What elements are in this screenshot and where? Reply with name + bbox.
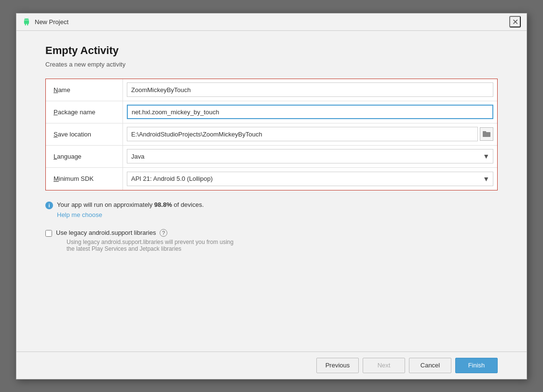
new-project-dialog: New Project ✕ Empty Activity Creates a n… bbox=[16, 13, 527, 379]
next-button[interactable]: Next bbox=[363, 358, 405, 373]
dialog-title: New Project bbox=[35, 18, 509, 26]
save-location-input[interactable] bbox=[127, 127, 478, 141]
save-location-field-group bbox=[127, 127, 493, 141]
checkbox-label: Use legacy android.support libraries bbox=[56, 229, 156, 236]
form-row-language: Language Java Kotlin ▼ bbox=[46, 146, 497, 168]
android-icon bbox=[22, 17, 31, 26]
section-title: Empty Activity bbox=[45, 44, 498, 57]
label-min-sdk: Minimum SDK bbox=[46, 168, 123, 190]
field-save-location bbox=[123, 123, 497, 145]
label-save-location: Save location bbox=[46, 123, 123, 145]
legacy-libraries-checkbox[interactable] bbox=[45, 230, 52, 237]
info-text-prefix: Your app will run on approximately bbox=[57, 201, 154, 208]
info-text: Your app will run on approximately 98.8%… bbox=[57, 201, 204, 208]
info-percent: 98.8% bbox=[154, 201, 172, 208]
checkbox-section: Use legacy android.support libraries ? U… bbox=[45, 229, 498, 253]
name-input[interactable] bbox=[127, 82, 493, 97]
language-select-wrapper: Java Kotlin ▼ bbox=[127, 149, 493, 163]
help-me-choose-link[interactable]: Help me choose bbox=[57, 211, 102, 218]
label-package: Package name bbox=[46, 101, 123, 123]
info-text-suffix: of devices. bbox=[172, 201, 204, 208]
title-bar: New Project ✕ bbox=[16, 14, 527, 31]
field-language: Java Kotlin ▼ bbox=[123, 146, 497, 167]
close-button[interactable]: ✕ bbox=[509, 16, 521, 27]
min-sdk-select[interactable]: API 21: Android 5.0 (Lollipop) API 22: A… bbox=[127, 172, 493, 186]
field-min-sdk: API 21: Android 5.0 (Lollipop) API 22: A… bbox=[123, 168, 497, 190]
folder-icon bbox=[483, 131, 490, 137]
browse-button[interactable] bbox=[480, 127, 493, 141]
label-language: Language bbox=[46, 146, 123, 167]
package-name-input[interactable] bbox=[127, 105, 493, 119]
info-section: i Your app will run on approximately 98.… bbox=[45, 198, 498, 221]
section-subtitle: Creates a new empty activity bbox=[45, 61, 498, 68]
finish-button[interactable]: Finish bbox=[455, 358, 498, 373]
info-row: i Your app will run on approximately 98.… bbox=[45, 201, 498, 209]
form-container: Name Package name Save location bbox=[45, 79, 498, 190]
dialog-body: Empty Activity Creates a new empty activ… bbox=[16, 31, 527, 351]
previous-button[interactable]: Previous bbox=[316, 358, 359, 373]
form-row-min-sdk: Minimum SDK API 21: Android 5.0 (Lollipo… bbox=[46, 168, 497, 190]
dialog-footer: Previous Next Cancel Finish bbox=[16, 351, 527, 379]
info-icon: i bbox=[45, 202, 53, 209]
label-name: Name bbox=[46, 79, 123, 101]
field-package bbox=[123, 101, 497, 123]
checkbox-label-group: Use legacy android.support libraries ? U… bbox=[56, 229, 233, 253]
language-select[interactable]: Java Kotlin bbox=[127, 149, 493, 163]
field-name bbox=[123, 79, 497, 101]
cancel-button[interactable]: Cancel bbox=[409, 358, 451, 373]
min-sdk-select-wrapper: API 21: Android 5.0 (Lollipop) API 22: A… bbox=[127, 172, 493, 186]
checkbox-description: Using legacy android.support.libraries w… bbox=[67, 239, 233, 252]
form-row-name: Name bbox=[46, 79, 497, 101]
form-row-package: Package name bbox=[46, 101, 497, 123]
form-row-save-location: Save location bbox=[46, 123, 497, 146]
help-icon[interactable]: ? bbox=[160, 229, 167, 237]
